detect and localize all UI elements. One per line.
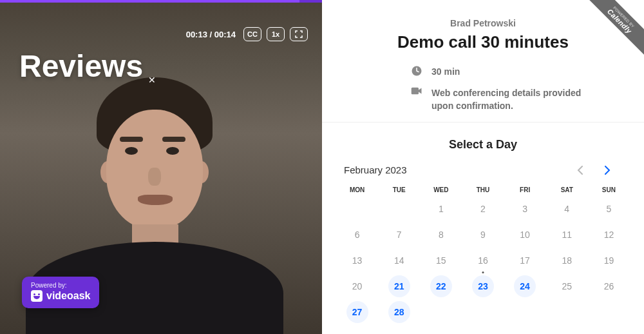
calendar-cell: 8 [420, 222, 462, 248]
calendar-cell: 25 [546, 273, 588, 299]
calendar-cell: 1 [420, 196, 462, 222]
meeting-details: 30 min Web conferencing details provided… [411, 65, 644, 113]
calendar-day: 20 [346, 275, 368, 297]
calendar-cell: 3 [504, 196, 546, 222]
dow-label: SAT [546, 186, 588, 193]
calendar-day: 14 [388, 250, 410, 271]
clock-icon [411, 65, 422, 79]
calendar-day: 13 [346, 250, 368, 271]
calendar-cell: 19 [588, 248, 630, 273]
dow-label: WED [420, 186, 462, 193]
powered-by-badge[interactable]: Powered by: videoask [22, 277, 99, 308]
dow-label: MON [336, 186, 378, 193]
calendar-cell[interactable]: 27 [336, 299, 378, 325]
prev-month-button[interactable] [574, 163, 586, 177]
calendar-cell: 11 [546, 222, 588, 248]
fullscreen-button[interactable] [290, 27, 308, 41]
speed-button[interactable]: 1x [267, 27, 285, 41]
conference-note: Web conferencing details provided upon c… [431, 86, 592, 113]
calendar-cell: 17 [504, 248, 546, 273]
calendar-cell: 14 [378, 248, 420, 273]
calendar-day: 2 [472, 198, 494, 220]
calendar-cell: 7 [378, 222, 420, 248]
dow-label: FRI [504, 186, 546, 193]
calendar-day-available[interactable]: 28 [388, 301, 410, 323]
video-controls: 00:13 / 00:14 CC 1x [186, 27, 308, 41]
dow-label: TUE [378, 186, 420, 193]
meeting-title: Demo call 30 minutes [348, 32, 618, 52]
calendar-day: 6 [346, 224, 368, 246]
calendar-day: 19 [598, 250, 620, 271]
scheduling-panel: Powered by Calendly Brad Petrowski Demo … [322, 0, 644, 334]
calendar-day: 11 [556, 224, 578, 246]
calendar-cell: 6 [336, 222, 378, 248]
calendar-cell: 13 [336, 248, 378, 273]
calendar-cell: 18 [546, 248, 588, 273]
month-label: February 2023 [344, 164, 407, 175]
calendar-day: 16 [472, 250, 494, 271]
calendar-day: 25 [556, 275, 578, 297]
video-title: Reviews [19, 48, 143, 84]
calendar-day: 4 [556, 198, 578, 220]
calendar-day: 17 [514, 250, 536, 271]
calendar-day: 12 [598, 224, 620, 246]
calendar-cell: 4 [546, 196, 588, 222]
calendar-day: 26 [598, 275, 620, 297]
host-name: Brad Petrowski [348, 18, 618, 28]
video-timecode: 00:13 / 00:14 [186, 30, 236, 39]
calendar-day-available[interactable]: 22 [430, 275, 452, 297]
svg-rect-1 [412, 88, 419, 95]
video-icon [411, 86, 422, 97]
dow-label: SUN [588, 186, 630, 193]
video-progress-fill [0, 0, 299, 3]
close-icon[interactable]: ✕ [148, 75, 156, 85]
calendar-day: 8 [430, 224, 452, 246]
video-panel: Reviews ✕ 00:13 / 00:14 CC 1x Powered by… [0, 0, 322, 334]
calendar-day: 10 [514, 224, 536, 246]
calendar-blank [336, 196, 378, 222]
time-total: 00:14 [214, 30, 236, 39]
calendar-cell: 12 [588, 222, 630, 248]
calendar-cell[interactable]: 22 [420, 273, 462, 299]
captions-button[interactable]: CC [243, 27, 261, 41]
calendar-cell: 5 [588, 196, 630, 222]
calendar-cell[interactable]: 23 [462, 273, 504, 299]
calendar-cell: 26 [588, 273, 630, 299]
calendar-cell: 10 [504, 222, 546, 248]
time-current: 00:13 [186, 30, 207, 39]
powered-by-brand: videoask [46, 290, 90, 302]
calendar-cell: 16 [462, 248, 504, 273]
calendar-cell: 9 [462, 222, 504, 248]
videoask-logo-icon [31, 290, 43, 302]
calendar-cell[interactable]: 24 [504, 273, 546, 299]
calendar-day: 18 [556, 250, 578, 271]
calendar-blank [378, 196, 420, 222]
next-month-button[interactable] [601, 163, 613, 177]
calendar-day-available[interactable]: 23 [472, 275, 494, 297]
calendar-cell[interactable]: 21 [378, 273, 420, 299]
calendar-day: 5 [598, 198, 620, 220]
calendar-day-available[interactable]: 27 [346, 301, 368, 323]
calendar-day: 15 [430, 250, 452, 271]
calendar-cell: 15 [420, 248, 462, 273]
video-progress-track[interactable] [0, 0, 322, 3]
calendar-day: 3 [514, 198, 536, 220]
powered-by-label: Powered by: [31, 282, 90, 289]
day-of-week-row: MONTUEWEDTHUFRISATSUN [336, 186, 630, 193]
calendar-day: 9 [472, 224, 494, 246]
duration-text: 30 min [431, 65, 460, 78]
dow-label: THU [462, 186, 504, 193]
calendar-grid: 1234567891011121314151617181920212223242… [336, 196, 630, 325]
calendar-day: 1 [430, 198, 452, 220]
calendar-day-available[interactable]: 21 [388, 275, 410, 297]
calendar-day: 7 [388, 224, 410, 246]
calendar-cell: 2 [462, 196, 504, 222]
calendar-cell[interactable]: 28 [378, 299, 420, 325]
calendar-day-available[interactable]: 24 [514, 275, 536, 297]
divider [322, 122, 644, 123]
select-day-heading: Select a Day [322, 138, 644, 152]
calendar-cell: 20 [336, 273, 378, 299]
